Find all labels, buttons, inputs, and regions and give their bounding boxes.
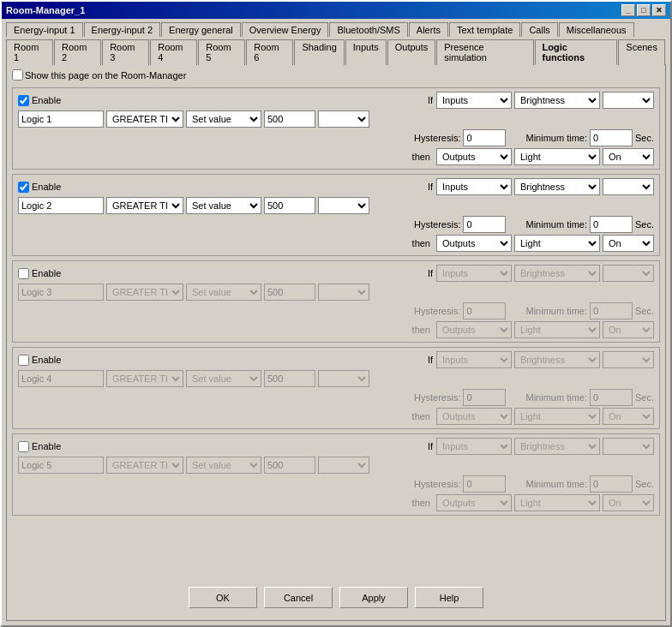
block-5-channel-select: Light <box>514 494 600 511</box>
block-1-mintime-input[interactable] <box>590 129 633 146</box>
tab-room6[interactable]: Room 6 <box>246 39 293 65</box>
show-page-row: Show this page on the Room-Manager <box>12 69 660 81</box>
tab-scenes[interactable]: Scenes <box>618 39 665 65</box>
tab-room2[interactable]: Room 2 <box>54 39 101 65</box>
block-1-enable-checkbox[interactable] <box>18 95 29 106</box>
block-2-name-input[interactable] <box>18 197 104 214</box>
block-3-enable-checkbox[interactable] <box>18 268 29 279</box>
block-1-set-type-select[interactable]: Set value <box>186 110 261 128</box>
main-window: Room-Manager_1 _ □ ✕ Energy-input 1 Ener… <box>0 0 672 627</box>
block-2-if-type-select[interactable]: Inputs <box>436 178 512 195</box>
block-1-condition-select[interactable]: GREATER THAN <box>106 110 183 128</box>
block-1-action-select[interactable]: On <box>603 148 654 165</box>
block-5-extra2-select <box>318 457 369 474</box>
block-1-then-label: then <box>412 152 430 162</box>
block-4-action-select: On <box>603 408 654 425</box>
block-4-sec-label: Sec. <box>635 392 654 403</box>
tab-room1[interactable]: Room 1 <box>6 39 53 65</box>
block-5-sensor-select: Brightness <box>514 438 600 455</box>
block-3-extra1-select <box>603 265 654 282</box>
block-2-output-select[interactable]: Outputs <box>436 235 512 252</box>
block-4-enable-checkbox[interactable] <box>18 355 29 366</box>
block-1-output-select[interactable]: Outputs <box>436 148 512 165</box>
help-button[interactable]: Help <box>415 587 483 608</box>
tabs-row2: Room 1 Room 2 Room 3 Room 4 Room 5 Room … <box>2 36 670 64</box>
block-2-sensor-select[interactable]: Brightness <box>514 178 600 195</box>
tab-miscellaneous[interactable]: Miscellaneous <box>559 22 634 37</box>
block-4-output-select: Outputs <box>436 408 512 425</box>
block-3-sec-label: Sec. <box>635 306 654 316</box>
ok-button[interactable]: OK <box>189 587 257 608</box>
block-1-extra2-select[interactable] <box>318 110 369 128</box>
block-2-channel-select[interactable]: Light <box>514 235 600 252</box>
maximize-button[interactable]: □ <box>637 4 651 16</box>
tab-overview-energy[interactable]: Overview Energy <box>242 22 329 37</box>
block-4-hysteresis-label: Hysteresis: <box>414 392 460 403</box>
block-1-sensor-select[interactable]: Brightness <box>514 92 600 109</box>
tab-presence-simulation[interactable]: Presence simulation <box>436 39 533 65</box>
block-3-set-type-select: Set value <box>186 284 261 301</box>
tab-energy-input-1[interactable]: Energy-input 1 <box>6 22 83 37</box>
tab-shading[interactable]: Shading <box>294 39 344 65</box>
block-5-extra1-select <box>603 438 654 455</box>
block-2-hysteresis-label: Hysteresis: <box>414 219 460 230</box>
block-2-set-type-select[interactable]: Set value <box>186 197 261 214</box>
block-2-enable-checkbox[interactable] <box>18 182 29 193</box>
block-2-row4: then Outputs Light On <box>18 235 654 252</box>
block-5-if-type-select: Inputs <box>436 438 512 455</box>
block-1-if-type-select[interactable]: Inputs <box>436 92 512 109</box>
tab-outputs[interactable]: Outputs <box>387 39 436 65</box>
block-5-value-input <box>264 457 315 474</box>
block-2-then-label: then <box>412 238 430 248</box>
tab-alerts[interactable]: Alerts <box>409 22 448 37</box>
block-3-row1: Enable If Inputs Brightness <box>18 265 654 282</box>
block-5-output-select: Outputs <box>436 494 512 511</box>
block-4-mintime-label: Minimum time: <box>525 392 587 403</box>
block-1-enable-text: Enable <box>32 95 61 105</box>
apply-button[interactable]: Apply <box>339 587 408 608</box>
block-2-extra2-select[interactable] <box>318 197 369 214</box>
tab-room5[interactable]: Room 5 <box>198 39 245 65</box>
tab-energy-general[interactable]: Energy general <box>161 22 241 37</box>
block-3-if-label: If <box>428 268 433 278</box>
block-5-name-input <box>18 457 104 474</box>
block-1-hysteresis-input[interactable] <box>463 129 506 146</box>
block-5-enable-checkbox[interactable] <box>18 441 29 452</box>
block-1-hysteresis-label: Hysteresis: <box>414 133 460 143</box>
block-2-mintime-label: Minimum time: <box>525 219 587 230</box>
cancel-button[interactable]: Cancel <box>264 587 333 608</box>
block-5-enable-text: Enable <box>32 441 61 451</box>
tab-inputs[interactable]: Inputs <box>345 39 387 65</box>
minimize-button[interactable]: _ <box>621 4 635 16</box>
block-2-hysteresis-input[interactable] <box>463 216 506 233</box>
block-3-condition-select: GREATER THAN <box>106 284 183 301</box>
block-4-value-input <box>264 370 315 387</box>
block-1-name-input[interactable] <box>18 110 104 128</box>
block-4-mintime-input <box>590 389 633 406</box>
block-1-enable-label: Enable <box>18 95 87 106</box>
block-2-action-select[interactable]: On <box>603 235 654 252</box>
block-2-value-input[interactable] <box>264 197 315 214</box>
block-3-mintime-label: Minimum time: <box>525 306 587 316</box>
block-4-row1: Enable If Inputs Brightness <box>18 351 654 368</box>
tab-calls[interactable]: Calls <box>521 22 557 37</box>
tab-logic-functions[interactable]: Logic functions <box>535 39 618 65</box>
block-2-mintime-input[interactable] <box>590 216 633 233</box>
close-button[interactable]: ✕ <box>652 4 666 16</box>
tab-bluetooth-sms[interactable]: Bluetooth/SMS <box>329 22 407 37</box>
tab-text-template[interactable]: Text template <box>449 22 520 37</box>
block-2-extra1-select[interactable] <box>603 178 654 195</box>
block-5-row1: Enable If Inputs Brightness <box>18 438 654 455</box>
block-1-channel-select[interactable]: Light <box>514 148 600 165</box>
block-1-row2: GREATER THAN Set value <box>18 110 654 128</box>
block-2-if-label: If <box>428 182 433 192</box>
show-page-checkbox[interactable] <box>12 69 23 81</box>
block-1-extra1-select[interactable] <box>603 92 654 109</box>
tab-room3[interactable]: Room 3 <box>102 39 149 65</box>
tab-room4[interactable]: Room 4 <box>150 39 197 65</box>
block-2-condition-select[interactable]: GREATER THAN <box>106 197 183 214</box>
block-5-row2: GREATER THAN Set value <box>18 457 654 474</box>
block-5-hysteresis-label: Hysteresis: <box>414 479 460 489</box>
block-1-value-input[interactable] <box>264 110 315 128</box>
tab-energy-input-2[interactable]: Energy-input 2 <box>84 22 161 37</box>
